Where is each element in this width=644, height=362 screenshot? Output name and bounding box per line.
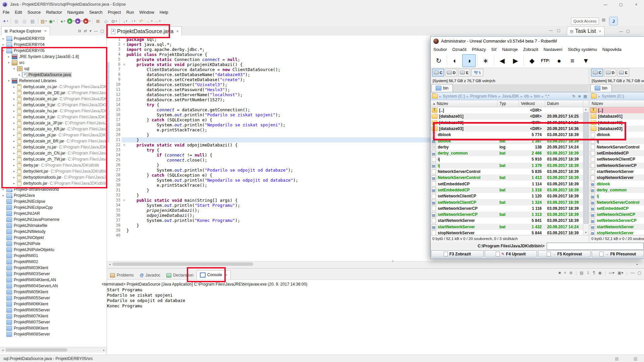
ftp-connections-button[interactable]: ●: [553, 55, 566, 67]
coverage-button[interactable]: ▶▾: [83, 17, 91, 25]
file-row-setembeddedcp[interactable]: setEmbeddedCP1 11403.09.2017 18:39: [431, 181, 588, 187]
close-icon[interactable]: ✕: [44, 29, 47, 33]
drive-e-button[interactable]: E: [458, 69, 470, 76]
dropdown-icon[interactable]: ▾: [159, 20, 161, 22]
editor-hscrollbar[interactable]: ◂ ▸: [107, 261, 640, 267]
expander-icon[interactable]: ▸: [1, 43, 5, 46]
file-row-networkservercontrol-bat[interactable]: NetworkServerControlbat1 41303.09.2017 1…: [431, 175, 588, 181]
menu-soubor[interactable]: Soubor: [431, 47, 449, 52]
quick-view-button[interactable]: ▼: [580, 55, 592, 67]
tree-item-derbylocale-ru-jar[interactable]: ▸derbyLocale_ru.jar - C:\Program Files\J…: [0, 144, 107, 150]
maximize-button[interactable]: ▢: [638, 270, 641, 275]
refresh-button[interactable]: ↻: [432, 55, 445, 67]
file-row-startnetworkserver-bat[interactable]: startNetworkServerbat1 43220.09.2017 14:…: [431, 224, 588, 230]
expander-icon[interactable]: ▸: [12, 145, 16, 149]
minimize-icon[interactable]: —: [549, 28, 553, 32]
tree-item-derbylocale-de-de-jar[interactable]: ▸derbyLocale_de_DE.jar - C:\Program File…: [0, 90, 107, 96]
dropdown-icon[interactable]: ▾: [116, 20, 117, 22]
drive-e-button[interactable]: E: [617, 69, 629, 76]
package-explorer-tab[interactable]: ▦ Package Explorer ✕: [1, 26, 50, 36]
tree-item-projektrmi05klient[interactable]: ProjektRMI05Klient: [0, 289, 107, 295]
tree-item-projektjnimetody[interactable]: ProjektJNIMetody: [0, 229, 107, 235]
menu-ozna-it[interactable]: Označit: [449, 47, 469, 52]
expander-icon[interactable]: ▸: [12, 127, 16, 131]
file-row-dblook-bat[interactable]: dblookbat1 38703.09.2017 18:39: [431, 138, 588, 144]
pack-files-button[interactable]: ◆: [526, 55, 538, 67]
tree-item-projektjnipoleobjektu[interactable]: ProjektJNIPoleObjektu: [0, 247, 107, 253]
scroll-up-icon[interactable]: ▴: [583, 107, 588, 112]
fold-collapse-icon[interactable]: ⊖: [122, 198, 126, 203]
dropdown-icon[interactable]: ▾: [89, 20, 91, 22]
expander-icon[interactable]: ▸: [1, 188, 5, 191]
forward-button[interactable]: →▾: [154, 17, 161, 25]
history-forward-button[interactable]: ▶: [509, 55, 522, 67]
new-wizard-button[interactable]: ✦▾: [2, 17, 9, 25]
expander-icon[interactable]: ▸: [1, 194, 5, 197]
tree-item-projektjnijavapromenne[interactable]: ProjektJNIJavaPromenne: [0, 217, 107, 223]
file-row-setnetworkservercp[interactable]: setNetworkServerCP1 11603.09.2017 18:39: [431, 205, 588, 212]
scroll-down-icon[interactable]: ˅: [392, 259, 394, 263]
remove-all-launches-button[interactable]: ⊗: [569, 270, 573, 275]
file-row-dblook[interactable]: dblook: [590, 132, 644, 138]
debug-button[interactable]: ●▾: [59, 17, 66, 25]
menu-window[interactable]: Window: [137, 9, 157, 15]
tree-item-projektrmi03klient[interactable]: ProjektRMI03Klient: [0, 265, 107, 271]
expander-icon[interactable]: ▸: [12, 97, 16, 101]
file-row-startnetworkserver[interactable]: startNetworkServer: [590, 169, 644, 175]
menu-nastaven[interactable]: Nastavení: [541, 47, 565, 52]
expander-icon[interactable]: ▸: [12, 115, 16, 119]
expander-icon[interactable]: ▸: [12, 158, 16, 161]
f4-edit-button[interactable]: ✎F4 Upravit: [485, 250, 537, 257]
tree-item-projektjniobjekt[interactable]: ProjektJNIObjekt: [0, 235, 107, 241]
dropdown-icon[interactable]: ▾: [126, 20, 127, 22]
refresh-icon[interactable]: ↻: [573, 94, 576, 99]
scroll-right-icon[interactable]: ▸: [635, 263, 640, 266]
drive-c-button[interactable]: C: [432, 69, 444, 76]
java-perspective-button[interactable]: J: [609, 17, 618, 25]
favorites-icon[interactable]: ★: [578, 94, 581, 99]
file-row-networkservercontrol[interactable]: NetworkServerControl5 83503.09.2017 18:3…: [431, 169, 588, 175]
tree-item-projektrmi06server[interactable]: ProjektRMI06Server: [0, 307, 107, 313]
clear-console-button[interactable]: ▤: [580, 270, 583, 275]
expander-icon[interactable]: ▾: [12, 67, 16, 70]
editor-tab[interactable]: ProjektDataSource.java ✕: [108, 26, 182, 36]
file-row-setembeddedcp[interactable]: setEmbeddedCP: [590, 205, 644, 212]
tree-item-projektjnipole[interactable]: ProjektJNIPole: [0, 241, 107, 247]
tree-item-projektdatasource-java[interactable]: ▸ProjektDataSource.java: [0, 72, 107, 78]
tree-item-projektrmi07klient[interactable]: ProjektRMI07Klient: [0, 313, 107, 319]
file-row-setnetworkclientcp-bat[interactable]: setNetworkClientCPbat1 32403.09.2017 18:…: [431, 199, 588, 205]
file-row-databaze01[interactable]: [databaze01]<DIR>20.09.2017 14:25: [431, 113, 588, 119]
console-tab-problems[interactable]: Problems: [107, 271, 137, 280]
tree-item-projektderby03[interactable]: ▸ProjektDERBY03: [0, 36, 107, 42]
search-button[interactable]: ⊙▾: [110, 17, 118, 25]
minimize-button[interactable]: —: [598, 0, 613, 9]
tree-item-projektderby05[interactable]: ▾ProjektDERBY05: [0, 48, 107, 54]
menu-run[interactable]: Run: [123, 9, 137, 15]
file-row-ij[interactable]: ij: [590, 193, 644, 199]
file-row-networkservercontrol[interactable]: NetworkServerControl: [590, 199, 644, 205]
menu-navigate[interactable]: Navigate: [65, 9, 87, 15]
file-row-databaze03[interactable]: [databaze03]: [590, 126, 644, 132]
tree-item-derbylocale-ko-kr-jar[interactable]: ▸derbyLocale_ko_KR.jar - C:\Program File…: [0, 126, 107, 132]
view-menu-button[interactable]: ▾: [90, 29, 92, 33]
drive-d-button[interactable]: D: [604, 69, 616, 76]
file-row-databaze01[interactable]: [databaze01]: [590, 113, 644, 119]
tree-item-projektjnieclipse[interactable]: ProjektJNIEclipse: [0, 198, 107, 204]
file-row-networkservercontrol[interactable]: NetworkServerControl: [590, 144, 644, 150]
package-explorer-hscrollbar[interactable]: ◂ ▸: [0, 347, 107, 353]
tree-item-derbylocale-cs-jar[interactable]: ▸derbyLocale_cs.jar - C:\Program Files\J…: [0, 84, 107, 90]
folder-tab-bin[interactable]: bin: [590, 84, 612, 92]
back-button[interactable]: ←▾: [146, 17, 153, 25]
command-input[interactable]: [547, 243, 644, 250]
ftp-button[interactable]: FTP:: [539, 55, 552, 67]
fold-collapse-icon[interactable]: ⊖: [122, 142, 126, 147]
file-list-vscrollbar[interactable]: ▴ ▾: [583, 107, 588, 235]
f3-view-button[interactable]: F3 Zobrazit: [431, 250, 484, 257]
history-back-button[interactable]: ◀: [496, 55, 508, 67]
file-row-derby-log[interactable]: derbylog13820.09.2017 14:24: [431, 144, 588, 150]
file-row-stopnetworkserver[interactable]: stopNetworkServer5 84403.09.2017 18:39: [431, 230, 588, 235]
file-row-setnetworkservercp[interactable]: setNetworkServerCP: [590, 163, 644, 169]
file-row-dblook[interactable]: dblook5 77403.09.2017 18:39: [431, 132, 588, 138]
file-row-setnetworkclientcp[interactable]: setNetworkClientCP1 12003.09.2017 18:39: [431, 193, 588, 199]
tree-item-sql[interactable]: ▾sql: [0, 66, 107, 72]
